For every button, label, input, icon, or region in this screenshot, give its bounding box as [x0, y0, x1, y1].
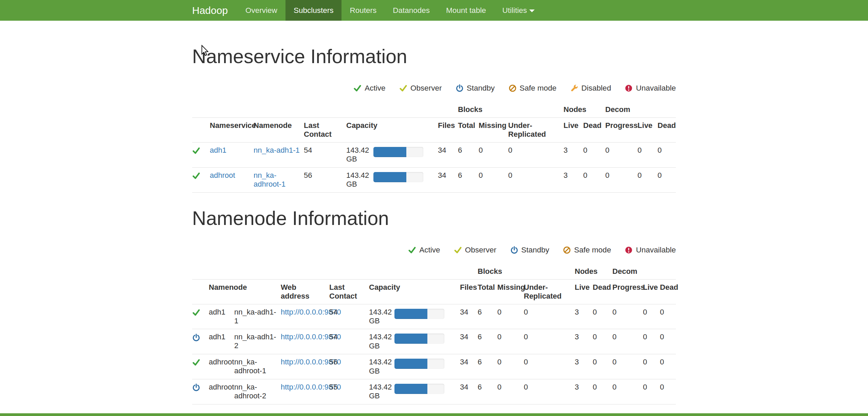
- capacity-value: 143.42 GB: [346, 167, 373, 192]
- col-header-decom-dead: Dead: [660, 279, 676, 304]
- table-row: adh1 nn_ka-adh1-1 54 143.42 GB 34 6 0 0 …: [192, 143, 676, 168]
- col-header-progress: Progress: [605, 118, 638, 143]
- namenode-value: nn_ka-adhroot-2: [234, 379, 281, 404]
- namenode-group-header-row: Blocks Nodes Decom: [192, 264, 676, 280]
- blocks-missing-value: 0: [479, 143, 508, 168]
- col-header-last-contact: Last Contact: [329, 279, 369, 304]
- col-header-files: Files: [460, 279, 478, 304]
- nav-item-datanodes[interactable]: Datanodes: [385, 0, 438, 21]
- legend-item-active: Active: [408, 246, 440, 254]
- power-icon: [456, 84, 464, 92]
- nodes-live-value: 3: [564, 143, 583, 168]
- blocks-total-value: 6: [478, 304, 497, 329]
- ban-icon: [509, 84, 517, 92]
- capacity-value: 143.42 GB: [346, 143, 373, 168]
- decom-live-value: 0: [643, 329, 660, 354]
- last-contact-value: 56: [329, 354, 369, 379]
- col-header-live: Live: [564, 118, 583, 143]
- nodes-dead-value: 0: [593, 304, 612, 329]
- top-navbar: Hadoop Overview Subclusters Routers Data…: [0, 0, 868, 21]
- nav-item-overview[interactable]: Overview: [237, 0, 285, 21]
- capacity-progress-bar: [373, 147, 423, 157]
- col-header-live: Live: [575, 279, 593, 304]
- blocks-total-value: 6: [478, 329, 497, 354]
- files-value: 34: [460, 354, 478, 379]
- blocks-missing-value: 0: [497, 354, 524, 379]
- utilities-label: Utilities: [502, 6, 527, 15]
- col-header-missing: Missing: [479, 118, 508, 143]
- blocks-missing-value: 0: [497, 379, 524, 404]
- legend-item-active: Active: [353, 84, 385, 93]
- brand-link[interactable]: Hadoop: [192, 0, 228, 21]
- chevron-down-icon: [529, 10, 535, 12]
- decom-live-value: 0: [643, 354, 660, 379]
- col-header-last-contact: Last Contact: [304, 118, 346, 143]
- decom-progress-value: 0: [605, 143, 638, 168]
- standby-status-icon: [192, 334, 200, 342]
- nav-item-mount-table[interactable]: Mount table: [438, 0, 494, 21]
- capacity-value: 143.42 GB: [369, 304, 394, 329]
- namenode-link[interactable]: nn_ka-adhroot-1: [254, 171, 285, 188]
- under-replicated-value: 0: [524, 379, 575, 404]
- exclamation-icon: [625, 84, 633, 92]
- decom-dead-value: 0: [660, 379, 676, 404]
- nameservice-link[interactable]: adhroot: [210, 171, 235, 179]
- legend-item-safe-mode: Safe mode: [509, 84, 557, 93]
- group-header-blocks: Blocks: [478, 264, 575, 280]
- capacity-progress-bar: [394, 334, 444, 344]
- legend-item-unavailable: Unavailable: [625, 246, 676, 254]
- check-icon: [353, 84, 362, 92]
- group-header-nodes: Nodes: [575, 264, 612, 280]
- files-value: 34: [438, 167, 458, 192]
- blocks-total-value: 6: [478, 379, 497, 404]
- decom-progress-value: 0: [612, 379, 643, 404]
- col-header-under-replicated: Under-Replicated: [508, 118, 564, 143]
- capacity-value: 143.42 GB: [369, 379, 394, 404]
- group-header-nodes: Nodes: [564, 102, 605, 118]
- last-contact-value: 54: [329, 304, 369, 329]
- decom-progress-value: 0: [605, 167, 638, 192]
- nodes-live-value: 3: [564, 167, 583, 192]
- under-replicated-value: 0: [524, 329, 575, 354]
- col-header-total: Total: [458, 118, 479, 143]
- nameservice-link[interactable]: adh1: [210, 146, 226, 154]
- col-header-namenode: Namenode: [209, 279, 234, 304]
- nameservice-value: adhroot: [209, 354, 234, 379]
- legend-item-standby: Standby: [510, 246, 550, 254]
- nodes-dead-value: 0: [593, 329, 612, 354]
- blocks-missing-value: 0: [479, 167, 508, 192]
- nav-item-routers[interactable]: Routers: [341, 0, 385, 21]
- files-value: 34: [438, 143, 458, 168]
- col-header-web-address: Web address: [281, 279, 329, 304]
- decom-live-value: 0: [643, 304, 660, 329]
- col-header-capacity: Capacity: [369, 279, 460, 304]
- power-icon: [510, 246, 518, 254]
- capacity-progress-bar: [394, 384, 444, 394]
- nodes-live-value: 3: [575, 329, 593, 354]
- nameservice-section-title: Nameservice Information: [192, 45, 676, 68]
- table-row: adhroot nn_ka-adhroot-1 http://0.0.0.0:9…: [192, 354, 676, 379]
- namenode-link[interactable]: nn_ka-adh1-1: [254, 146, 300, 154]
- decom-live-value: 0: [643, 379, 660, 404]
- blocks-missing-value: 0: [497, 329, 524, 354]
- legend-item-observer: Observer: [399, 84, 442, 93]
- decom-dead-value: 0: [658, 143, 676, 168]
- bottom-accent-bar: [0, 413, 868, 416]
- group-header-blocks: Blocks: [458, 102, 564, 118]
- col-header-decom-live: Live: [643, 279, 660, 304]
- check-icon: [454, 246, 462, 254]
- table-row: adhroot nn_ka-adhroot-1 56 143.42 GB 34 …: [192, 167, 676, 192]
- under-replicated-value: 0: [524, 304, 575, 329]
- nameservice-table: Blocks Nodes Decom Nameservice Namenode …: [192, 102, 676, 193]
- nameservice-header-row: Nameservice Namenode Last Contact Capaci…: [192, 118, 676, 143]
- under-replicated-value: 0: [508, 143, 564, 168]
- capacity-progress-bar: [394, 309, 444, 319]
- col-header-namenode: Namenode: [254, 118, 304, 143]
- namenode-value: nn_ka-adh1-2: [234, 329, 281, 354]
- col-header-capacity: Capacity: [346, 118, 438, 143]
- decom-live-value: 0: [638, 143, 658, 168]
- col-header-progress: Progress: [612, 279, 643, 304]
- nav-item-utilities-dropdown[interactable]: Utilities: [494, 0, 543, 21]
- nodes-live-value: 3: [575, 304, 593, 329]
- nav-item-subclusters[interactable]: Subclusters: [285, 0, 342, 21]
